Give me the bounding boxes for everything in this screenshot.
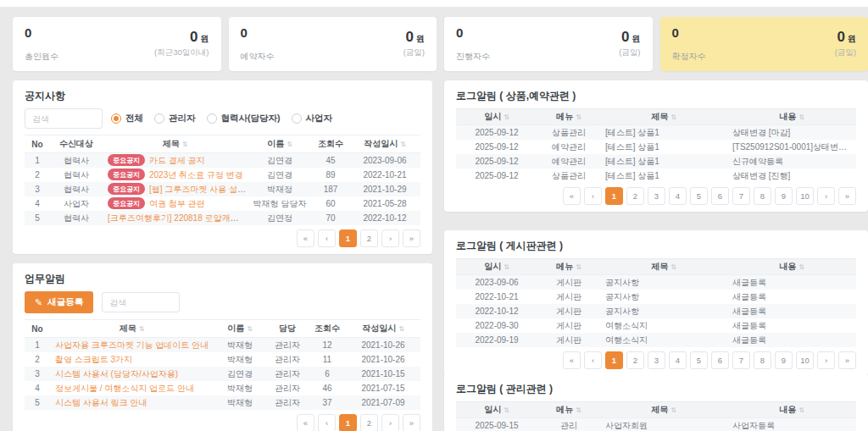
notice-filter-radios: 전체관리자협력사(담당자)사업자 <box>111 113 332 124</box>
page-last-button[interactable]: » <box>838 187 856 205</box>
page-prev-button[interactable]: ‹ <box>318 229 336 247</box>
notice-title-link[interactable]: 2023년 취소료 규정 변경 <box>149 170 243 180</box>
page-prev-button[interactable]: ‹ <box>318 414 336 431</box>
row-target: 사업자 <box>50 198 103 210</box>
page-button[interactable]: 3 <box>648 351 665 369</box>
column-header[interactable]: 메뉴⇅ <box>537 261 600 273</box>
filter-radio-3[interactable]: 사업자 <box>292 113 333 124</box>
page-last-button[interactable]: » <box>403 414 420 431</box>
table-row: 2025-09-12예약관리[테스트] 상품1[TS250912S01-0001… <box>456 140 856 154</box>
sort-icon: ⇅ <box>398 325 404 333</box>
page-next-button[interactable]: › <box>381 414 399 431</box>
column-header[interactable]: 메뉴⇅ <box>537 111 600 123</box>
page-last-button[interactable]: » <box>403 229 420 247</box>
stat-period: (금일) <box>619 47 640 58</box>
page-next-button[interactable]: › <box>381 229 399 247</box>
log-pagination: «‹12345678910›» <box>456 351 856 369</box>
page-button[interactable]: 10 <box>796 187 814 205</box>
page-button[interactable]: 7 <box>732 187 750 205</box>
new-post-button[interactable]: ✎ 새글등록 <box>25 291 93 313</box>
column-header[interactable]: 제목⇅ <box>600 111 727 123</box>
column-header[interactable]: 작성일시⇅ <box>349 138 420 150</box>
column-header[interactable]: 제목⇅ <box>103 138 248 150</box>
page-last-button[interactable]: » <box>838 351 856 369</box>
page-button[interactable]: 1 <box>339 229 357 247</box>
column-header[interactable]: 내용⇅ <box>727 404 856 416</box>
row-title-cell: 사업자용 크루즈마켓 기능 업데이트 안내 <box>50 340 214 351</box>
log-table-header: 일시⇅메뉴⇅제목⇅내용⇅ <box>456 258 856 275</box>
column-header[interactable]: 일시⇅ <box>456 261 537 273</box>
task-title-link[interactable]: 시스템 사용서 링크 안내 <box>55 398 147 407</box>
task-title-link[interactable]: 정보게시물 / 여행소식지 업로드 안내 <box>55 384 194 393</box>
page-prev-button[interactable]: ‹ <box>584 187 602 205</box>
radio-label: 전체 <box>125 113 143 124</box>
sort-icon: ⇅ <box>576 406 581 414</box>
row-title: 사업자회원 <box>600 420 727 431</box>
page-prev-button[interactable]: ‹ <box>584 351 602 369</box>
notice-title-link[interactable]: [크루즈여행후기] 220818 로얄캐리비안크루즈 스펙트럼호 DAY 1 <box>108 213 248 223</box>
page-button[interactable]: 1 <box>605 351 623 369</box>
page-button[interactable]: 1 <box>605 187 623 205</box>
page-button[interactable]: 2 <box>626 187 644 205</box>
column-header[interactable]: 내용⇅ <box>727 261 856 273</box>
page-button[interactable]: 9 <box>775 187 793 205</box>
column-header[interactable]: 이름⇅ <box>214 323 266 334</box>
row-role: 관리자 <box>266 368 309 380</box>
task-title-link[interactable]: 시스템 사용서 (담당자/사업자용) <box>55 369 178 379</box>
stat-card-right: 0원(최근30일이내) <box>154 25 209 63</box>
column-header[interactable]: 메뉴⇅ <box>537 404 600 416</box>
page-button[interactable]: 10 <box>796 351 814 369</box>
table-row: 3협력사중요공지[웹] 그루즈마켓 사용 설명서박재정1872021-10-29 <box>25 182 420 196</box>
page-button[interactable]: 5 <box>690 187 708 205</box>
page-next-button[interactable]: › <box>817 351 835 369</box>
filter-radio-1[interactable]: 관리자 <box>154 113 196 124</box>
column-header[interactable]: 이름⇅ <box>248 138 312 150</box>
column-header[interactable]: 제목⇅ <box>50 323 214 334</box>
page-button[interactable]: 8 <box>754 187 771 205</box>
row-role: 관리자 <box>266 340 309 351</box>
page-button[interactable]: 4 <box>669 351 687 369</box>
task-title-link[interactable]: 사업자용 크루즈마켓 기능 업데이트 안내 <box>55 340 209 350</box>
page-button[interactable]: 6 <box>711 351 729 369</box>
task-title-link[interactable]: 촬영 스크립트 3가지 <box>55 355 132 364</box>
notice-title-link[interactable]: 여권 첨부 관련 <box>149 199 205 208</box>
page-button[interactable]: 9 <box>775 351 793 369</box>
page-button[interactable]: 2 <box>360 414 378 431</box>
filter-radio-2[interactable]: 협력사(담당자) <box>207 113 281 124</box>
notice-title-link[interactable]: [웹] 그루즈마켓 사용 설명서 <box>149 185 248 194</box>
radio-dot-icon <box>292 113 302 124</box>
column-header[interactable]: 내용⇅ <box>727 111 856 123</box>
page-button[interactable]: 7 <box>732 351 750 369</box>
column-header[interactable]: 일시⇅ <box>456 404 537 416</box>
page-button[interactable]: 3 <box>648 187 665 205</box>
page-button[interactable]: 4 <box>669 187 687 205</box>
column-header[interactable]: 일시⇅ <box>456 111 537 123</box>
tasks-search-input[interactable] <box>102 292 180 312</box>
new-post-label: 새글등록 <box>47 296 83 308</box>
row-content: 신규예약등록 <box>727 156 856 168</box>
page-first-button[interactable]: « <box>297 229 314 247</box>
page-button[interactable]: 1 <box>339 414 357 431</box>
page-button[interactable]: 2 <box>626 351 644 369</box>
row-content: 새글등록 <box>727 277 856 289</box>
column-header[interactable]: 제목⇅ <box>600 404 727 416</box>
column-header-label: 담당 <box>279 323 296 333</box>
column-header[interactable]: 제목⇅ <box>600 261 727 273</box>
page-button[interactable]: 6 <box>711 187 729 205</box>
page-first-button[interactable]: « <box>297 414 314 431</box>
page-first-button[interactable]: « <box>563 187 581 205</box>
page-button[interactable]: 8 <box>754 351 771 369</box>
page-button[interactable]: 5 <box>690 351 708 369</box>
row-title: [테스트] 상품1 <box>600 141 727 153</box>
notice-search-input[interactable] <box>25 108 103 129</box>
tasks-table-header: No제목⇅이름⇅담당조회수작성일시⇅ <box>25 319 420 338</box>
tasks-controls: ✎ 새글등록 <box>25 291 420 313</box>
column-header[interactable]: 작성일시⇅ <box>346 323 420 334</box>
stat-card: 0총인원수0원(최근30일이내) <box>13 17 221 71</box>
notice-title-link[interactable]: 카드 결제 공지 <box>149 156 205 165</box>
filter-radio-0[interactable]: 전체 <box>111 113 143 124</box>
page-first-button[interactable]: « <box>563 351 581 369</box>
page-button[interactable]: 2 <box>360 229 378 247</box>
page-next-button[interactable]: › <box>817 187 835 205</box>
column-header-label: 작성일시 <box>364 139 398 148</box>
